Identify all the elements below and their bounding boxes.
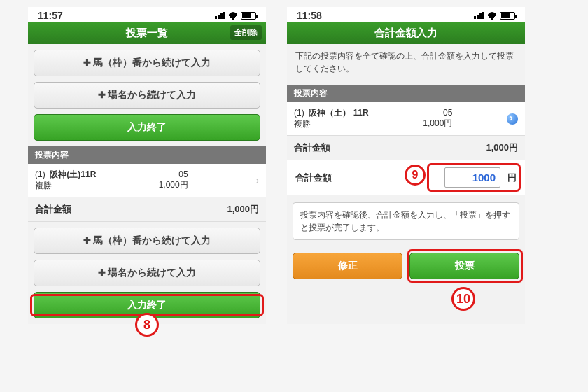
wifi-icon xyxy=(228,12,238,20)
vote-button[interactable]: 投票 xyxy=(410,253,519,279)
add-from-place-button[interactable]: 場名から続けて入力 xyxy=(34,82,260,108)
add-from-place-button-2[interactable]: 場名から続けて入力 xyxy=(34,260,260,286)
status-bar: 11:57 xyxy=(28,7,266,22)
chevron-right-icon: › xyxy=(256,176,259,186)
status-bar: 11:58 xyxy=(287,7,525,22)
total-row: 合計金額 1,000円 xyxy=(287,136,525,160)
delete-all-button[interactable]: 全削除 xyxy=(230,25,262,40)
vote-section-header: 投票内容 xyxy=(287,85,525,102)
phone-left: 11:57 投票一覧 全削除 馬（枠）番から続けて入力 場名から続けて入力 入力… xyxy=(28,7,266,324)
battery-icon xyxy=(500,12,515,20)
vote-section-header: 投票内容 xyxy=(28,146,266,164)
vote-row[interactable]: (1) 阪神(土)11R 複勝 05 1,000円 › xyxy=(28,164,266,197)
add-from-horse-button[interactable]: 馬（枠）番から続けて入力 xyxy=(34,50,260,76)
battery-icon xyxy=(241,12,256,20)
status-time: 11:58 xyxy=(297,10,322,21)
signal-icon xyxy=(474,12,484,19)
header-title: 投票一覧 xyxy=(126,27,168,38)
note-box: 投票内容を確認後、合計金額を入力し、「投票」を押すと投票が完了します。 xyxy=(293,202,519,240)
fix-button[interactable]: 修正 xyxy=(293,253,402,279)
finish-input-button[interactable]: 入力終了 xyxy=(34,114,260,141)
total-row: 合計金額 1,000円 xyxy=(28,197,266,222)
vote-row[interactable]: (1) 阪神（土） 11R 複勝 05 1,000円 xyxy=(287,102,525,136)
page-header: 合計金額入力 xyxy=(287,22,525,44)
total-amount-input[interactable] xyxy=(444,167,500,188)
phone-right: 11:58 合計金額入力 下記の投票内容を全て確認の上、合計金額を入力して投票し… xyxy=(287,7,525,324)
wifi-icon xyxy=(487,12,497,20)
instruction-text: 下記の投票内容を全て確認の上、合計金額を入力して投票してください。 xyxy=(287,44,525,80)
signal-icon xyxy=(215,12,225,19)
status-time: 11:57 xyxy=(38,10,63,21)
detail-arrow-icon[interactable] xyxy=(507,113,518,125)
callout-10: 10 xyxy=(451,287,475,311)
page-header: 投票一覧 全削除 xyxy=(28,22,266,44)
add-from-horse-button-2[interactable]: 馬（枠）番から続けて入力 xyxy=(34,227,260,254)
finish-input-button-2[interactable]: 入力終了 xyxy=(34,292,260,318)
header-title: 合計金額入力 xyxy=(374,27,438,38)
amount-input-line: 合計金額 円 9 xyxy=(287,160,525,195)
